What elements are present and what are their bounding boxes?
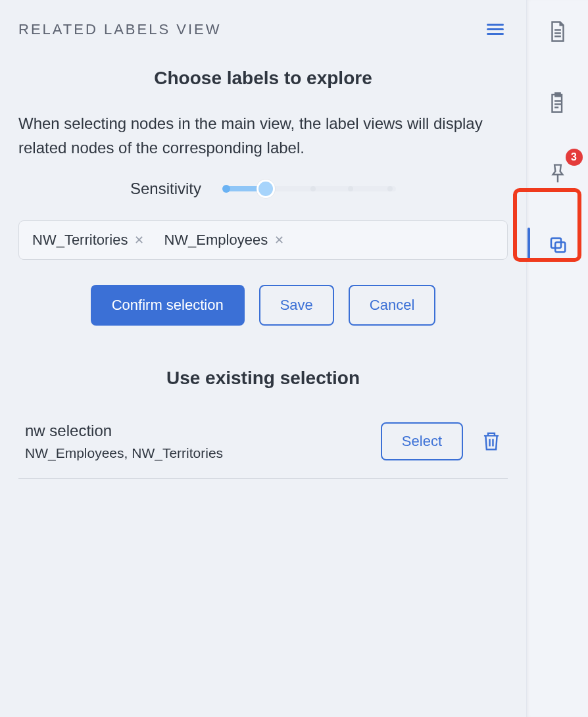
confirm-selection-button[interactable]: Confirm selection xyxy=(91,285,245,326)
panel-title: RELATED LABELS VIEW xyxy=(18,21,221,38)
delete-icon[interactable] xyxy=(481,431,501,452)
right-sidebar: 3 xyxy=(526,0,588,717)
sidebar-copy-icon[interactable] xyxy=(538,225,577,264)
chip-remove-icon[interactable]: ✕ xyxy=(134,233,144,247)
cancel-button[interactable]: Cancel xyxy=(349,285,435,326)
existing-title: Use existing selection xyxy=(18,368,508,389)
panel-header: RELATED LABELS VIEW xyxy=(18,20,508,39)
save-button[interactable]: Save xyxy=(259,285,334,326)
chip-label: NW_Employees xyxy=(164,232,268,249)
choose-title: Choose labels to explore xyxy=(18,68,508,89)
selection-name: nw selection xyxy=(25,422,223,440)
sensitivity-slider[interactable] xyxy=(225,181,396,197)
menu-icon[interactable] xyxy=(483,20,508,39)
choose-description: When selecting nodes in the main view, t… xyxy=(18,111,508,160)
chip-nw-employees: NW_Employees ✕ xyxy=(164,232,284,249)
existing-selection-row: nw selection NW_Employees, NW_Territorie… xyxy=(18,411,508,479)
sidebar-pin-icon[interactable]: 3 xyxy=(538,154,577,193)
sensitivity-label: Sensitivity xyxy=(130,180,201,198)
labels-input[interactable]: NW_Territories ✕ NW_Employees ✕ xyxy=(18,220,508,260)
pin-badge: 3 xyxy=(566,149,583,166)
selection-labels: NW_Employees, NW_Territories xyxy=(25,445,223,461)
main-panel: RELATED LABELS VIEW Choose labels to exp… xyxy=(0,0,526,717)
select-button[interactable]: Select xyxy=(381,422,463,460)
sidebar-clipboard-icon[interactable] xyxy=(538,83,577,122)
action-button-row: Confirm selection Save Cancel xyxy=(18,285,508,326)
chip-nw-territories: NW_Territories ✕ xyxy=(32,232,144,249)
sensitivity-row: Sensitivity xyxy=(18,180,508,198)
sidebar-document-icon[interactable] xyxy=(538,12,577,51)
slider-thumb[interactable] xyxy=(257,180,275,198)
chip-remove-icon[interactable]: ✕ xyxy=(274,233,284,247)
chip-label: NW_Territories xyxy=(32,232,128,249)
